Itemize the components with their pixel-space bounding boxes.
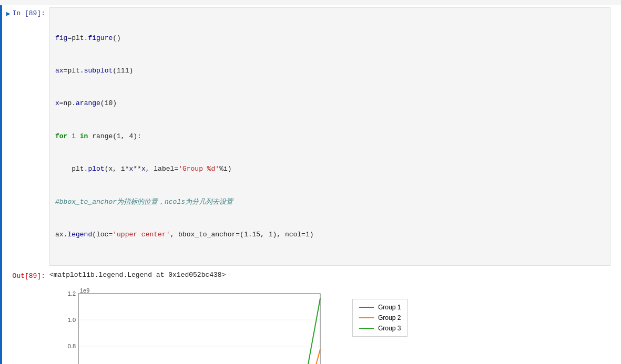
chart-svg: 1e9 1.2 1.0	[49, 288, 344, 364]
notebook-container: ▶ In [89]: fig=plt.figure() ax=plt.subpl…	[0, 5, 621, 364]
legend-label-group3: Group 3	[378, 325, 401, 332]
cell-in-label: ▶ In [89]:	[2, 7, 49, 18]
legend-label-group2: Group 2	[378, 314, 401, 321]
legend-item-group1: Group 1	[359, 304, 401, 311]
run-indicator: ▶	[6, 9, 11, 18]
legend-line-group2	[359, 317, 374, 318]
legend-item-group2: Group 2	[359, 314, 401, 321]
chart-area: 1e9 1.2 1.0	[49, 288, 344, 364]
code-line-1: fig=plt.figure()	[55, 33, 605, 44]
legend-line-group3	[359, 328, 374, 329]
cell-out-content: <matplotlib.legend.Legend at 0x1ed052bc4…	[49, 270, 621, 282]
cell-code-block[interactable]: fig=plt.figure() ax=plt.subplot(111) x=n…	[49, 7, 621, 266]
code-line-4: for i in range(1, 4):	[55, 131, 605, 142]
y-axis-exponent: 1e9	[80, 288, 89, 294]
code-line-6: #bbox_to_anchor为指标的位置，ncols为分几列去设置	[55, 197, 605, 208]
out-text: <matplotlib.legend.Legend at 0x1ed052bc4…	[49, 270, 610, 282]
y-tick-08: 0.8	[68, 343, 76, 349]
code-line-5: plt.plot(x, i*x**x, label='Group %d'%i)	[55, 164, 605, 175]
cell-out-label: Out[89]:	[2, 270, 49, 280]
y-tick-12: 1.2	[68, 290, 76, 297]
y-tick-10: 1.0	[68, 317, 76, 323]
legend-label-group1: Group 1	[378, 304, 401, 311]
svg-rect-0	[78, 294, 320, 364]
legend-item-group3: Group 3	[359, 325, 401, 332]
chart-container: 1e9 1.2 1.0	[49, 288, 621, 364]
code-line-2: ax=plt.subplot(111)	[55, 66, 605, 77]
code-line-7: ax.legend(loc='upper center', bbox_to_an…	[55, 230, 605, 241]
code-line-3: x=np.arange(10)	[55, 98, 605, 109]
legend-line-group1	[359, 307, 374, 308]
legend-box: Group 1 Group 2 Group 3	[352, 299, 408, 337]
